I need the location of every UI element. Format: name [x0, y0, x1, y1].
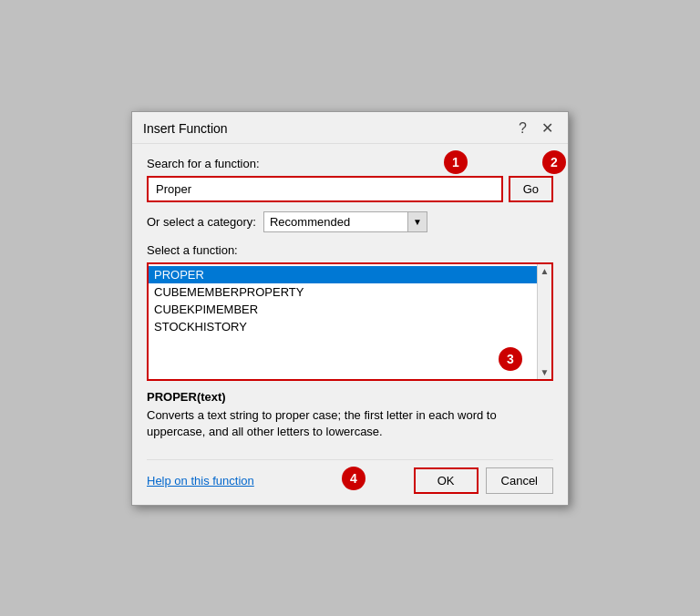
- badge-1: 1: [444, 150, 468, 174]
- search-row: Go: [147, 176, 553, 202]
- go-button[interactable]: Go: [509, 176, 553, 202]
- list-item[interactable]: STOCKHISTORY: [149, 318, 537, 335]
- badge-2: 2: [542, 150, 566, 174]
- help-link[interactable]: Help on this function: [147, 474, 254, 488]
- list-item[interactable]: CUBEMEMBERPROPERTY: [149, 283, 537, 301]
- ok-button[interactable]: OK: [414, 467, 479, 494]
- scroll-down-icon[interactable]: ▼: [540, 367, 550, 377]
- search-input[interactable]: [147, 176, 503, 202]
- scroll-up-icon[interactable]: ▲: [540, 266, 550, 276]
- select-function-label: Select a function:: [147, 243, 553, 257]
- category-select[interactable]: Recommended: [263, 211, 427, 232]
- help-button[interactable]: ?: [515, 119, 530, 138]
- category-wrapper: Recommended ▼: [263, 211, 427, 232]
- scrollbar[interactable]: ▲ ▼: [537, 264, 551, 379]
- title-bar: Insert Function ? ✕: [132, 112, 568, 144]
- dialog-content: Search for a function: Go Or select a ca…: [132, 144, 568, 505]
- list-item[interactable]: PROPER: [149, 266, 537, 283]
- function-description: PROPER(text) Converts a text string to p…: [147, 390, 553, 445]
- title-actions: ? ✕: [515, 119, 557, 138]
- action-buttons: OK Cancel: [414, 467, 553, 494]
- function-desc-text: Converts a text string to proper case; t…: [147, 407, 553, 440]
- badge-3: 3: [499, 347, 522, 371]
- function-list-wrapper: PROPER CUBEMEMBERPROPERTY CUBEKPIMEMBER …: [147, 262, 553, 381]
- category-row: Or select a category: Recommended ▼: [147, 211, 553, 232]
- dialog-title: Insert Function: [143, 121, 228, 136]
- cancel-button[interactable]: Cancel: [486, 467, 553, 494]
- badge-4: 4: [342, 467, 365, 490]
- list-item[interactable]: CUBEKPIMEMBER: [149, 301, 537, 318]
- category-label: Or select a category:: [147, 215, 256, 229]
- function-signature: PROPER(text): [147, 390, 553, 404]
- function-list: PROPER CUBEMEMBERPROPERTY CUBEKPIMEMBER …: [149, 264, 537, 379]
- insert-function-dialog: Insert Function ? ✕ Search for a functio…: [131, 111, 569, 506]
- close-button[interactable]: ✕: [538, 119, 557, 138]
- search-label: Search for a function:: [147, 157, 553, 170]
